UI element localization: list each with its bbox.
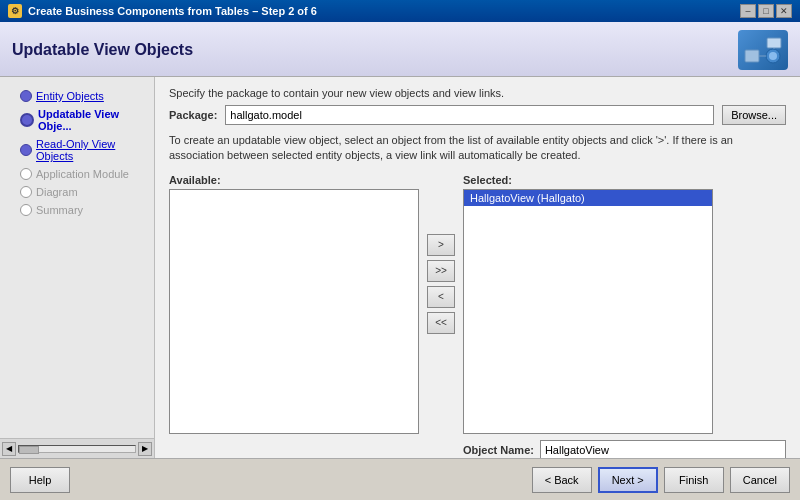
instruction-text: Specify the package to contain your new … [169, 87, 786, 99]
bottom-right: < Back Next > Finish Cancel [532, 467, 790, 493]
package-label: Package: [169, 109, 217, 121]
dialog-header: Updatable View Objects [0, 22, 800, 77]
object-name-label: Object Name: [463, 444, 534, 456]
window-body: Updatable View Objects Entity Objects [0, 22, 800, 500]
next-button[interactable]: Next > [598, 467, 658, 493]
move-all-left-button[interactable]: << [427, 312, 455, 334]
cancel-button[interactable]: Cancel [730, 467, 790, 493]
sidebar-item-entity-objects[interactable]: Entity Objects [0, 87, 154, 105]
selected-label: Selected: [463, 174, 786, 186]
sidebar-item-summary: Summary [0, 201, 154, 219]
step-done-icon-3 [20, 144, 32, 156]
step-empty-icon-6 [20, 204, 32, 216]
main-panel: Specify the package to contain your new … [155, 77, 800, 458]
selected-list-container: Selected: HallgatoView (Hallgato) Object… [463, 174, 786, 458]
available-label: Available: [169, 174, 419, 186]
sidebar-label-app-module: Application Module [36, 168, 129, 180]
components-icon [743, 34, 783, 66]
step-empty-icon-4 [20, 168, 32, 180]
available-list-container: Available: [169, 174, 419, 434]
move-right-button[interactable]: > [427, 234, 455, 256]
app-icon: ⚙ [8, 4, 22, 18]
object-name-input[interactable] [540, 440, 786, 458]
browse-button[interactable]: Browse... [722, 105, 786, 125]
sidebar-label-entity-objects: Entity Objects [36, 90, 104, 102]
scroll-left-arrow[interactable]: ◀ [2, 442, 16, 456]
sidebar-label-readonly-view: Read-Only View Objects [36, 138, 148, 162]
sidebar-label-diagram: Diagram [36, 186, 78, 198]
package-input[interactable] [225, 105, 714, 125]
title-bar-title: Create Business Components from Tables –… [28, 5, 317, 17]
close-button[interactable]: ✕ [776, 4, 792, 18]
transfer-area: Available: > >> < << Selected: Hallg [169, 174, 786, 458]
help-button[interactable]: Help [10, 467, 70, 493]
sidebar-scrollbar: ◀ ▶ [0, 438, 154, 458]
bottom-left: Help [10, 467, 70, 493]
dialog-title: Updatable View Objects [12, 41, 193, 59]
content-area: Entity Objects Updatable View Obje... Re… [0, 77, 800, 458]
sidebar-wrapper: Entity Objects Updatable View Obje... Re… [0, 77, 155, 458]
step-empty-icon-5 [20, 186, 32, 198]
maximize-button[interactable]: □ [758, 4, 774, 18]
selected-list[interactable]: HallgatoView (Hallgato) [463, 189, 713, 434]
svg-rect-1 [767, 38, 781, 48]
svg-rect-0 [745, 50, 759, 62]
title-bar-controls[interactable]: – □ ✕ [740, 4, 792, 18]
finish-button[interactable]: Finish [664, 467, 724, 493]
bottom-bar: Help < Back Next > Finish Cancel [0, 458, 800, 500]
minimize-button[interactable]: – [740, 4, 756, 18]
svg-point-3 [769, 52, 777, 60]
sidebar-item-updatable-view[interactable]: Updatable View Obje... [0, 105, 154, 135]
available-list[interactable] [169, 189, 419, 434]
scroll-right-arrow[interactable]: ▶ [138, 442, 152, 456]
sidebar-label-updatable-view: Updatable View Obje... [38, 108, 148, 132]
object-name-row: Object Name: [463, 440, 786, 458]
selected-list-item-0[interactable]: HallgatoView (Hallgato) [464, 190, 712, 206]
header-icon [738, 30, 788, 70]
transfer-buttons: > >> < << [419, 234, 463, 334]
back-button[interactable]: < Back [532, 467, 592, 493]
title-bar-left: ⚙ Create Business Components from Tables… [8, 4, 317, 18]
info-text: To create an updatable view object, sele… [169, 133, 786, 164]
move-left-button[interactable]: < [427, 286, 455, 308]
step-done-icon-1 [20, 90, 32, 102]
sidebar-item-app-module: Application Module [0, 165, 154, 183]
title-bar: ⚙ Create Business Components from Tables… [0, 0, 800, 22]
sidebar-item-diagram: Diagram [0, 183, 154, 201]
sidebar-items: Entity Objects Updatable View Obje... Re… [0, 77, 154, 438]
scroll-track[interactable] [18, 445, 136, 453]
sidebar-label-summary: Summary [36, 204, 83, 216]
move-all-right-button[interactable]: >> [427, 260, 455, 282]
scroll-thumb [19, 446, 39, 454]
step-current-icon [20, 113, 34, 127]
sidebar-item-readonly-view[interactable]: Read-Only View Objects [0, 135, 154, 165]
package-row: Package: Browse... [169, 105, 786, 125]
